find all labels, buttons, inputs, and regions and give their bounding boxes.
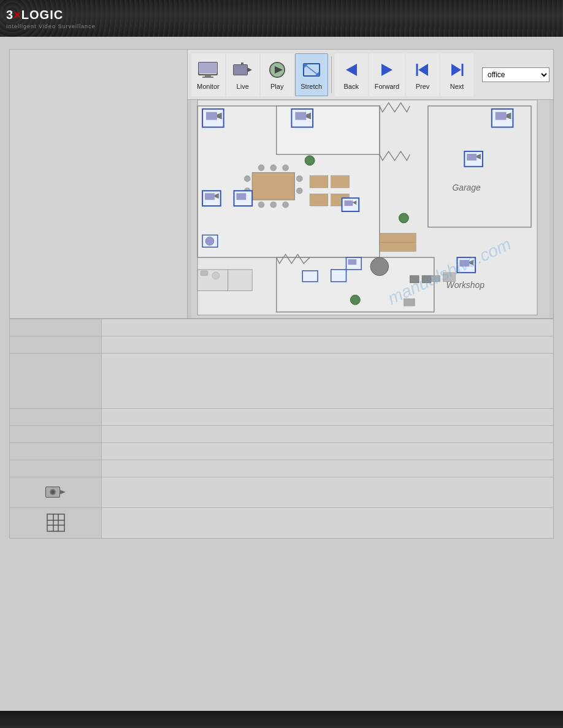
- svg-point-33: [270, 202, 277, 208]
- svg-point-38: [296, 188, 302, 194]
- monitor-button[interactable]: Monitor: [191, 53, 225, 96]
- footer: [0, 711, 563, 728]
- svg-point-30: [270, 165, 277, 171]
- svg-rect-1: [199, 63, 217, 74]
- logo: 3×LOGIC Intelligent Video Surveillance: [6, 8, 95, 29]
- left-sidebar: [10, 50, 188, 318]
- stretch-label: Stretch: [301, 83, 322, 90]
- svg-marker-18: [418, 64, 428, 76]
- forward-icon: [376, 59, 398, 81]
- forward-button[interactable]: Forward: [369, 53, 405, 96]
- svg-rect-66: [467, 154, 477, 161]
- prev-button[interactable]: Prev: [406, 53, 439, 96]
- svg-point-44: [399, 213, 408, 223]
- back-icon: [340, 59, 362, 81]
- svg-rect-28: [252, 173, 294, 200]
- svg-rect-40: [331, 176, 350, 188]
- location-select[interactable]: office lobby warehouse garage: [482, 67, 550, 82]
- live-label: Live: [237, 83, 249, 90]
- value-cell: [102, 477, 554, 508]
- live-icon: [232, 59, 254, 81]
- svg-rect-77: [348, 259, 356, 265]
- grid-icon: [47, 514, 65, 532]
- svg-marker-20: [451, 64, 461, 76]
- value-cell: [102, 409, 554, 426]
- prev-icon: [412, 59, 434, 81]
- label-cell: [10, 443, 102, 460]
- svg-rect-41: [310, 194, 328, 206]
- table-row: [10, 336, 554, 354]
- svg-line-15: [304, 64, 320, 76]
- camera-icon-cell: [10, 477, 102, 508]
- stretch-icon: [301, 59, 323, 81]
- svg-point-43: [305, 156, 315, 165]
- garage-label: Garage: [453, 183, 481, 192]
- play-button[interactable]: Play: [261, 53, 294, 96]
- back-button[interactable]: Back: [335, 53, 368, 96]
- stretch-button[interactable]: Stretch: [295, 53, 328, 96]
- monitor-icon: [197, 59, 219, 81]
- svg-rect-58: [496, 112, 507, 120]
- floor-plan-svg: Garage Workshop: [188, 100, 553, 318]
- svg-rect-80: [410, 276, 419, 283]
- value-cell: [102, 354, 554, 409]
- svg-rect-83: [380, 242, 416, 251]
- map-area: Garage Workshop: [188, 100, 553, 318]
- svg-point-37: [296, 176, 302, 182]
- next-icon: [446, 59, 468, 81]
- logo-subtitle: Intelligent Video Surveillance: [6, 23, 95, 29]
- svg-rect-2: [205, 75, 211, 77]
- svg-point-29: [258, 165, 264, 171]
- toolbar: Monitor Live: [188, 50, 553, 100]
- separator-1: [331, 56, 332, 93]
- svg-rect-61: [205, 193, 215, 200]
- label-cell: [10, 354, 102, 409]
- svg-point-91: [51, 490, 55, 494]
- value-cell: [102, 336, 554, 354]
- svg-rect-55: [295, 112, 306, 120]
- map-panel: Monitor Live: [188, 50, 553, 318]
- svg-marker-89: [59, 490, 66, 495]
- table-row: [10, 443, 554, 460]
- value-cell: [102, 508, 554, 539]
- svg-rect-39: [310, 176, 328, 188]
- back-label: Back: [343, 83, 358, 90]
- prev-label: Prev: [416, 83, 430, 90]
- value-cell: [102, 443, 554, 460]
- table-row-icon: [10, 477, 554, 508]
- svg-rect-69: [459, 260, 469, 267]
- label-cell: [10, 336, 102, 354]
- svg-rect-86: [404, 298, 415, 306]
- svg-rect-49: [201, 271, 208, 276]
- svg-marker-6: [247, 67, 252, 72]
- svg-rect-84: [431, 276, 440, 282]
- svg-point-34: [283, 202, 289, 208]
- svg-rect-78: [331, 270, 347, 282]
- svg-point-35: [244, 176, 250, 182]
- value-cell: [102, 319, 554, 336]
- svg-rect-5: [234, 65, 247, 75]
- svg-point-50: [212, 272, 220, 279]
- svg-rect-48: [228, 270, 253, 291]
- svg-point-31: [283, 165, 289, 171]
- next-button[interactable]: Next: [440, 53, 473, 96]
- svg-rect-82: [380, 233, 416, 243]
- logo-text: 3×LOGIC: [6, 8, 95, 22]
- svg-rect-3: [202, 77, 213, 78]
- svg-rect-92: [47, 514, 64, 531]
- label-cell: [10, 426, 102, 443]
- forward-label: Forward: [375, 83, 399, 90]
- live-button[interactable]: Live: [226, 53, 259, 96]
- svg-rect-72: [344, 200, 353, 206]
- svg-point-46: [370, 257, 389, 276]
- value-cell: [102, 460, 554, 477]
- svg-marker-17: [381, 64, 393, 76]
- svg-marker-16: [346, 64, 357, 76]
- camera-icon: [45, 483, 67, 501]
- main-content: Monitor Live: [0, 37, 563, 723]
- label-cell: [10, 460, 102, 477]
- table-row: [10, 426, 554, 443]
- value-cell: [102, 426, 554, 443]
- svg-rect-64: [236, 193, 246, 200]
- table-row-tall: [10, 354, 554, 409]
